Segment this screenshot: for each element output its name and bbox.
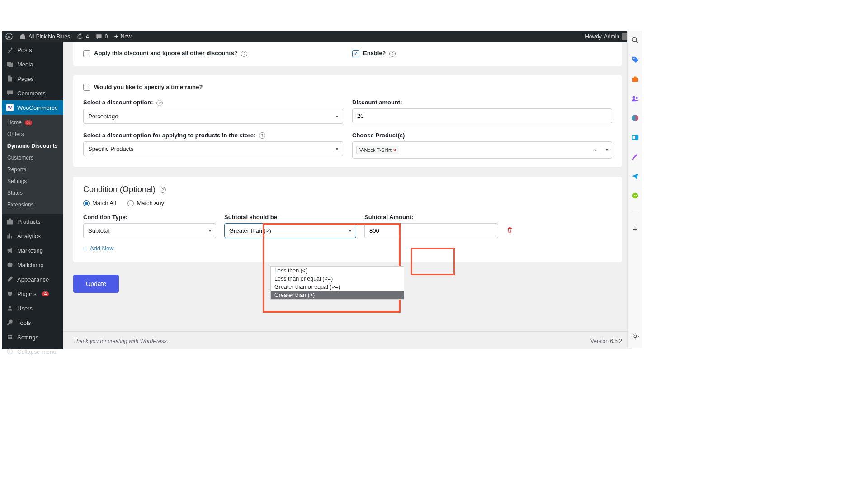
sidebar-item-mailchimp[interactable]: Mailchimp [2,258,63,272]
svg-rect-9 [632,136,635,139]
apply-ignore-check[interactable]: Apply this discount and ignore all other… [83,50,247,56]
woo-sub-customers[interactable]: Customers [2,152,63,164]
media-icon [6,61,14,68]
sidebar-item-analytics[interactable]: Analytics [2,229,63,243]
chevron-down-icon: ▾ [336,114,338,119]
condition-type-select[interactable]: Subtotal▾ [83,223,216,238]
help-icon[interactable]: ? [389,51,396,57]
updates-link[interactable]: 4 [76,33,89,40]
enable-check[interactable]: ✓Enable? ? [352,50,396,56]
tools-icon [6,319,14,326]
footer-thanks: Thank you for creating with WordPress. [73,338,168,344]
match-all-radio[interactable]: Match All [83,200,116,206]
dropdown-option[interactable]: Less then (<) [271,267,404,275]
page-icon [6,75,14,82]
svg-point-11 [634,195,635,196]
add-new-condition[interactable]: +Add New [83,244,114,252]
apply-to-select[interactable]: Specific Products▾ [83,141,343,156]
collapse-icon [6,348,14,355]
svg-point-3 [7,349,12,354]
svg-point-4 [632,38,636,42]
svg-point-1 [7,262,12,267]
sidebar-collapse[interactable]: Collapse menu [2,344,63,359]
svg-point-13 [634,335,636,337]
svg-point-2 [9,306,11,308]
help-icon[interactable]: ? [259,132,265,139]
woo-sub-orders[interactable]: Orders [2,128,63,140]
wp-logo[interactable] [5,33,13,40]
chevron-down-icon[interactable]: ▾ [606,147,608,152]
sidebar-item-tools[interactable]: Tools [2,315,63,330]
delete-condition-button[interactable] [506,226,513,238]
discount-option-select[interactable]: Percentage▾ [83,109,343,124]
timeframe-check[interactable]: Would you like to specify a timeframe? [83,84,203,90]
help-icon[interactable]: ? [160,187,166,193]
product-icon [6,218,14,225]
sidebar-item-settings[interactable]: Settings [2,330,63,344]
outlook-icon[interactable] [631,133,639,143]
woo-sub-dynamic-discounts[interactable]: Dynamic Discounts [2,140,63,152]
woo-sub-extensions[interactable]: Extensions [2,199,63,211]
dropdown-option[interactable]: Greater than or equal (>=) [271,283,404,291]
subtotal-should-be-label: Subtotal should be: [224,214,356,221]
site-name-link[interactable]: All Pink No Blues [19,33,70,40]
help-icon[interactable]: ? [241,51,247,57]
office-icon[interactable] [631,114,639,123]
footer: Thank you for creating with WordPress. V… [63,331,632,349]
operator-dropdown-list: Less then (<) Less than or equal (<=) Gr… [270,266,404,300]
highlight-box-amount [411,248,455,275]
sidebar-item-comments[interactable]: Comments [2,86,63,100]
dropdown-option[interactable]: Less than or equal (<=) [271,275,404,283]
subtotal-amount-label: Subtotal Amount: [364,214,498,221]
admin-bar: All Pink No Blues 4 0 +New Howdy, Admin [2,31,633,42]
brush-icon [6,276,14,283]
sidebar-item-appearance[interactable]: Appearance [2,272,63,286]
woocommerce-icon: W [6,104,14,111]
update-button[interactable]: Update [73,275,119,293]
send-icon[interactable] [631,172,639,182]
choose-products-label: Choose Product(s) [352,132,612,139]
woo-sub-reports[interactable]: Reports [2,164,63,175]
briefcase-icon[interactable] [631,75,639,84]
product-chip: V-Neck T-Shirt× [356,146,399,154]
add-icon[interactable]: + [632,225,637,235]
home-badge: 3 [25,120,32,125]
woo-sub-home[interactable]: Home 3 [2,117,63,128]
howdy-user[interactable]: Howdy, Admin [585,33,629,40]
sidebar-item-woocommerce[interactable]: WWooCommerce [2,100,63,115]
sidebar-item-media[interactable]: Media [2,57,63,71]
svg-point-10 [632,193,638,199]
duo-icon[interactable] [631,192,639,201]
plugins-badge: 4 [42,291,49,296]
sidebar-item-plugins[interactable]: Plugins 4 [2,286,63,301]
footer-version: Version 6.5.2 [590,338,622,344]
sidebar-item-pages[interactable]: Pages [2,71,63,86]
comments-link[interactable]: 0 [95,33,108,40]
dropdown-option-selected[interactable]: Greater than (>) [271,291,404,299]
sidebar-item-products[interactable]: Products [2,214,63,229]
help-icon[interactable]: ? [156,100,163,106]
discount-option-label: Select a discount option: ? [83,99,343,106]
gear-icon[interactable] [631,332,639,342]
chip-remove-icon[interactable]: × [393,147,396,153]
admin-sidebar: Posts Media Pages Comments WWooCommerce … [2,42,63,349]
marketing-icon [6,247,14,254]
sidebar-item-marketing[interactable]: Marketing [2,243,63,258]
svg-point-6 [632,96,635,99]
people-icon[interactable] [631,94,639,104]
new-link[interactable]: +New [114,33,131,40]
sidebar-item-posts[interactable]: Posts [2,42,63,57]
woo-sub-status[interactable]: Status [2,187,63,199]
match-any-radio[interactable]: Match Any [127,200,164,206]
product-tag-input[interactable]: V-Neck T-Shirt× ×▾ [352,141,612,159]
chevron-down-icon: ▾ [209,228,211,233]
tag-icon[interactable] [631,56,639,65]
woo-sub-settings[interactable]: Settings [2,175,63,187]
discount-amount-input[interactable] [352,108,612,123]
feather-icon[interactable] [631,153,639,162]
svg-point-7 [636,97,637,99]
search-icon[interactable] [631,36,639,46]
discount-amount-label: Discount amount: [352,99,612,106]
clear-icon[interactable]: × [593,146,596,153]
sidebar-item-users[interactable]: Users [2,301,63,315]
